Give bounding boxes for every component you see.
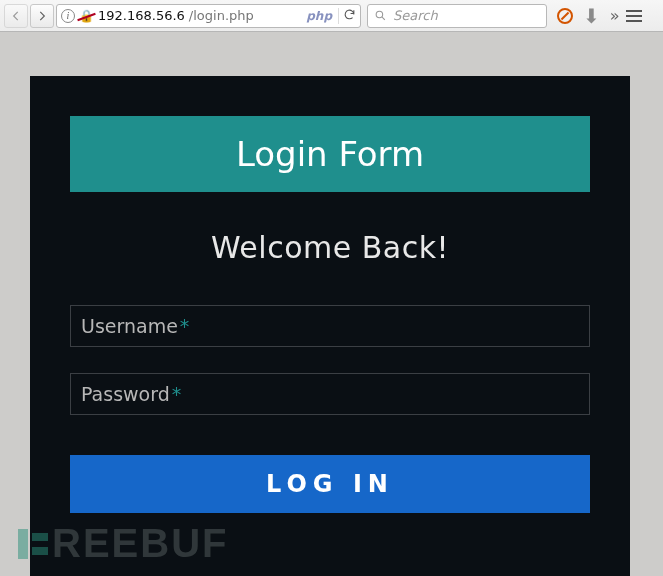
menu-button[interactable] bbox=[626, 10, 642, 22]
password-field[interactable]: Password* bbox=[70, 373, 590, 415]
insecure-icon: 🔒 bbox=[79, 9, 94, 23]
downloads-button[interactable]: ⬇ bbox=[583, 6, 600, 26]
overflow-button[interactable]: » bbox=[610, 6, 616, 25]
login-button-label: LOG IN bbox=[266, 470, 394, 498]
info-icon[interactable]: i bbox=[61, 9, 75, 23]
password-label: Password bbox=[81, 383, 170, 405]
back-button[interactable] bbox=[4, 4, 28, 28]
arrow-left-icon bbox=[9, 9, 23, 23]
address-bar[interactable]: i 🔒 192.168.56.6/login.php php bbox=[56, 4, 361, 28]
username-label: Username bbox=[81, 315, 178, 337]
login-card: Login Form Welcome Back! Username* Passw… bbox=[30, 76, 630, 576]
page-viewport: Login Form Welcome Back! Username* Passw… bbox=[0, 32, 663, 576]
url-path: /login.php bbox=[189, 8, 254, 23]
search-bar[interactable]: Search bbox=[367, 4, 547, 28]
forward-button[interactable] bbox=[30, 4, 54, 28]
noscript-icon[interactable] bbox=[557, 8, 573, 24]
browser-toolbar: i 🔒 192.168.56.6/login.php php Search ⬇ … bbox=[0, 0, 663, 32]
toolbar-extra: ⬇ » bbox=[557, 6, 616, 26]
php-badge: php bbox=[306, 9, 334, 23]
url-host: 192.168.56.6 bbox=[98, 8, 185, 23]
required-asterisk: * bbox=[180, 315, 190, 337]
login-button[interactable]: LOG IN bbox=[70, 455, 590, 513]
welcome-text: Welcome Back! bbox=[70, 230, 590, 265]
addr-divider bbox=[338, 8, 339, 24]
login-header: Login Form bbox=[70, 116, 590, 192]
search-icon bbox=[374, 9, 387, 22]
reload-icon bbox=[343, 8, 356, 21]
reload-button[interactable] bbox=[343, 8, 356, 24]
required-asterisk: * bbox=[172, 383, 182, 405]
svg-point-0 bbox=[376, 11, 383, 18]
username-field[interactable]: Username* bbox=[70, 305, 590, 347]
arrow-right-icon bbox=[35, 9, 49, 23]
search-placeholder: Search bbox=[393, 8, 438, 23]
